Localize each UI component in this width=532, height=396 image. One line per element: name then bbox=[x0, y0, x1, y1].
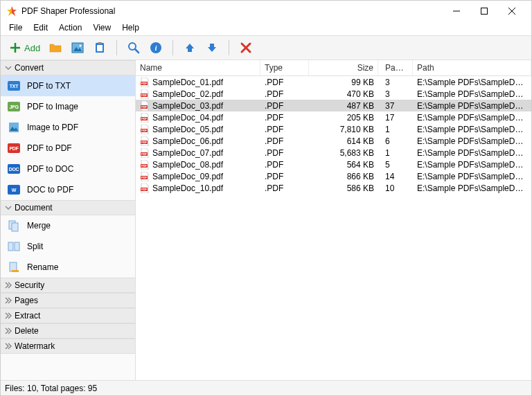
sidebar-group-document[interactable]: Document bbox=[1, 200, 135, 215]
svg-point-10 bbox=[80, 45, 82, 47]
file-name: SampleDoc_07.pdf bbox=[152, 148, 223, 158]
merge-icon bbox=[8, 219, 20, 232]
file-pages: 10 bbox=[378, 181, 413, 196]
chevron-right-icon bbox=[5, 297, 12, 304]
svg-text:PDF: PDF bbox=[141, 141, 148, 144]
table-row[interactable]: PDFSampleDoc_10.pdf.PDF586 KB10E:\Sample… bbox=[136, 182, 531, 194]
sidebar-item-pdf-to-txt[interactable]: TXT PDF to TXT bbox=[1, 75, 135, 96]
titlebar: PDF Shaper Professional bbox=[1, 1, 531, 21]
menubar: File Edit Action View Help bbox=[1, 21, 531, 35]
folder-icon bbox=[49, 42, 62, 54]
sidebar-item-pdf-to-pdf[interactable]: PDF PDF to PDF bbox=[1, 138, 135, 159]
svg-text:PDF: PDF bbox=[141, 117, 148, 120]
chevron-right-icon bbox=[5, 312, 12, 319]
split-icon bbox=[8, 240, 20, 253]
svg-rect-12 bbox=[97, 45, 103, 51]
file-name: SampleDoc_03.pdf bbox=[152, 101, 223, 111]
svg-rect-25 bbox=[15, 242, 19, 251]
minimize-button[interactable] bbox=[443, 1, 470, 21]
x-icon bbox=[240, 42, 252, 54]
menu-file[interactable]: File bbox=[3, 21, 28, 35]
svg-text:PDF: PDF bbox=[141, 188, 148, 191]
file-name: SampleDoc_09.pdf bbox=[152, 172, 223, 181]
maximize-button[interactable] bbox=[470, 1, 498, 21]
sidebar-item-split[interactable]: Split bbox=[1, 236, 135, 257]
column-name[interactable]: Name bbox=[136, 60, 260, 75]
paste-button[interactable] bbox=[90, 38, 109, 57]
svg-text:PDF: PDF bbox=[141, 176, 148, 179]
menu-action[interactable]: Action bbox=[53, 21, 87, 35]
file-name: SampleDoc_06.pdf bbox=[152, 136, 223, 146]
search-button[interactable] bbox=[124, 38, 143, 57]
file-name: SampleDoc_05.pdf bbox=[152, 125, 223, 134]
sidebar-group-security[interactable]: Security bbox=[1, 278, 135, 293]
pdf-file-icon: PDF bbox=[140, 113, 150, 123]
column-pages[interactable]: Pages bbox=[378, 60, 413, 75]
pdf-file-icon: PDF bbox=[140, 78, 150, 87]
move-down-button[interactable] bbox=[202, 38, 222, 57]
sidebar-item-merge[interactable]: Merge bbox=[1, 215, 135, 236]
file-path: E:\Sample PDFs\SampleDoc_10.pdf bbox=[413, 181, 531, 196]
menu-edit[interactable]: Edit bbox=[28, 21, 53, 35]
pdf-file-icon: PDF bbox=[140, 101, 150, 111]
svg-text:PDF: PDF bbox=[141, 164, 148, 168]
doc-icon: DOC bbox=[8, 163, 20, 175]
toolbar-separator bbox=[172, 40, 173, 55]
file-name: SampleDoc_01.pdf bbox=[152, 78, 223, 87]
arrow-up-icon bbox=[184, 42, 196, 54]
plus-icon bbox=[9, 42, 21, 54]
file-name: SampleDoc_10.pdf bbox=[152, 183, 223, 193]
jpg-icon: JPG bbox=[8, 100, 20, 113]
chevron-right-icon bbox=[5, 343, 12, 350]
svg-rect-24 bbox=[8, 242, 13, 251]
menu-help[interactable]: Help bbox=[116, 21, 145, 35]
svg-text:PDF: PDF bbox=[141, 105, 148, 109]
sidebar-group-watermark[interactable]: Watermark bbox=[1, 339, 135, 354]
sidebar-item-rename[interactable]: Rename bbox=[1, 257, 135, 278]
sidebar-group-delete[interactable]: Delete bbox=[1, 323, 135, 339]
svg-rect-27 bbox=[12, 270, 19, 272]
svg-rect-3 bbox=[481, 8, 488, 15]
pdf-file-icon: PDF bbox=[140, 125, 150, 134]
svg-text:PDF: PDF bbox=[141, 129, 148, 132]
info-icon: i bbox=[150, 42, 162, 54]
add-folder-button[interactable] bbox=[46, 38, 65, 57]
move-up-button[interactable] bbox=[180, 38, 200, 57]
txt-icon: TXT bbox=[8, 80, 20, 92]
info-button[interactable]: i bbox=[146, 38, 166, 57]
close-button[interactable] bbox=[498, 1, 526, 21]
pdf-file-icon: PDF bbox=[140, 160, 150, 170]
sidebar-item-doc-to-pdf[interactable]: W DOC to PDF bbox=[1, 179, 135, 200]
file-name: SampleDoc_04.pdf bbox=[152, 113, 223, 123]
column-type[interactable]: Type bbox=[260, 60, 309, 75]
toolbar-separator bbox=[116, 40, 117, 55]
sidebar-group-convert[interactable]: Convert bbox=[1, 60, 135, 75]
rename-icon bbox=[8, 261, 20, 273]
sidebar-item-pdf-to-image[interactable]: JPG PDF to Image bbox=[1, 96, 135, 117]
file-list: Name Type Size Pages Path PDFSampleDoc_0… bbox=[136, 60, 531, 380]
sidebar-group-extract[interactable]: Extract bbox=[1, 308, 135, 323]
sidebar-item-image-to-pdf[interactable]: Image to PDF bbox=[1, 117, 135, 138]
sidebar-item-pdf-to-doc[interactable]: DOC PDF to DOC bbox=[1, 159, 135, 179]
chevron-down-icon bbox=[5, 204, 12, 211]
toolbar: Add i bbox=[1, 35, 531, 60]
sidebar-group-pages[interactable]: Pages bbox=[1, 293, 135, 308]
add-image-button[interactable] bbox=[68, 38, 87, 57]
column-size[interactable]: Size bbox=[309, 60, 378, 75]
svg-text:PDF: PDF bbox=[141, 82, 148, 85]
file-name: SampleDoc_08.pdf bbox=[152, 160, 223, 170]
svg-text:PDF: PDF bbox=[141, 152, 148, 156]
word-icon: W bbox=[8, 183, 20, 196]
column-path[interactable]: Path bbox=[413, 60, 531, 75]
svg-text:PDF: PDF bbox=[141, 93, 148, 97]
svg-rect-23 bbox=[12, 223, 18, 231]
file-name: SampleDoc_02.pdf bbox=[152, 89, 223, 99]
menu-view[interactable]: View bbox=[87, 21, 116, 35]
remove-button[interactable] bbox=[236, 38, 256, 57]
image-file-icon bbox=[8, 121, 20, 134]
status-text: Files: 10, Total pages: 95 bbox=[5, 384, 97, 393]
file-size: 586 KB bbox=[309, 181, 378, 196]
pdf-icon: PDF bbox=[8, 142, 20, 154]
file-type: .PDF bbox=[260, 181, 309, 196]
add-button[interactable]: Add bbox=[6, 38, 43, 57]
